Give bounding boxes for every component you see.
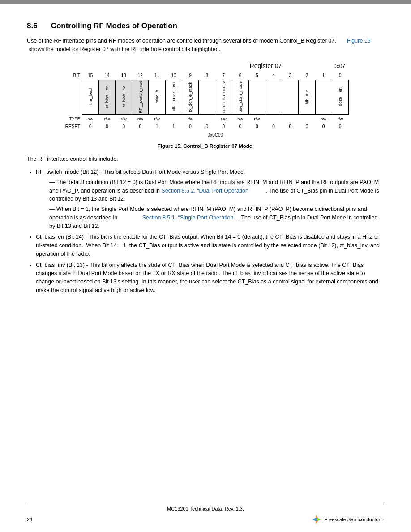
rf-intro: The RF interface control bits include:: [27, 155, 384, 163]
reset-values-row: RESET 0 0 0 0 1 1 0 0 0 0 0 0 0 0 0 0: [62, 123, 349, 131]
svg-marker-4: [317, 518, 321, 521]
names-spacer: [62, 80, 82, 115]
reset-1: 0: [315, 123, 332, 131]
reset-14: 0: [98, 123, 115, 131]
reset-label: RESET: [62, 123, 82, 131]
cell-12: RF__switch_mode: [132, 80, 149, 115]
reset-0: 0: [332, 123, 348, 131]
type-10: [165, 115, 182, 123]
footer-page-number: 24: [27, 517, 32, 522]
bit-11: 11: [149, 71, 165, 80]
cell-11: misc_h: [149, 80, 165, 115]
bullet-list: RF_switch_mode (Bit 12) - This bit selec…: [36, 168, 384, 295]
reset-15: 0: [82, 123, 98, 131]
page-content: 8.6 Controlling RF Modes of Operation Us…: [0, 4, 411, 325]
freescale-logo-icon: [310, 513, 323, 526]
footer-center: MC13201 Technical Data, Rev. 1.3,: [27, 504, 384, 511]
page-footer: MC13201 Technical Data, Rev. 1.3, 24 Fre…: [0, 502, 411, 528]
intro-paragraph: Use of the RF interface pins and RF mode…: [27, 37, 384, 54]
cell-4: [265, 80, 282, 115]
reset-hex-value: 0x0C00: [82, 131, 348, 140]
bit-15: 15: [82, 71, 98, 80]
reset-7: 0: [215, 123, 232, 131]
bit-7: 7: [215, 71, 232, 80]
bit-14: 14: [98, 71, 115, 80]
register-hex: 0x07: [334, 63, 345, 69]
svg-marker-3: [312, 518, 317, 521]
bit-1: 1: [315, 71, 332, 80]
bit-label-row: BIT 15 14 13 12 11 10 9 8 7 6 5 4 3 2 1 …: [62, 71, 349, 80]
type-5: r/w: [248, 115, 265, 123]
type-15: r/w: [82, 115, 98, 123]
cell-2: hib_s_n: [299, 80, 315, 115]
type-8: [199, 115, 215, 123]
cell-10: clk__doze__en: [165, 80, 182, 115]
type-13: r/w: [116, 115, 132, 123]
reset-5: 0: [248, 123, 265, 131]
type-14: r/w: [98, 115, 115, 123]
reset-hex-row: 0x0C00: [62, 131, 349, 140]
figure15-link[interactable]: Figure 15: [347, 38, 371, 44]
reset-3: 0: [282, 123, 299, 131]
reset-hex-spacer: [62, 131, 82, 140]
bit-4: 4: [265, 71, 282, 80]
bit-8: 8: [199, 71, 215, 80]
chevron-right-icon: ›: [382, 516, 384, 523]
sub-bullet-1-2: When Bit = 1, the Single Port Mode is se…: [49, 205, 384, 230]
bit-3: 3: [282, 71, 299, 80]
section-heading: 8.6 Controlling RF Modes of Operation: [27, 21, 384, 30]
reset-12: 0: [132, 123, 149, 131]
intro-text3: shows the model for Register 07 with the…: [28, 46, 220, 52]
bit-13: 13: [116, 71, 132, 80]
intro-text1: Use of the RF interface pins and RF mode…: [27, 38, 336, 44]
reset-13: 0: [116, 123, 132, 131]
type-4: [265, 115, 282, 123]
type-12: r/w: [132, 115, 149, 123]
bit-12: 12: [132, 71, 149, 80]
bullet-item-1: RF_switch_mode (Bit 12) - This bit selec…: [36, 168, 384, 230]
cell-13: ct_bias_inv: [116, 80, 132, 115]
section-851-link[interactable]: Section 8.5.1, “Single Port Operation: [142, 215, 234, 221]
cell-15: tmr_load: [82, 80, 98, 115]
type-2: [299, 115, 315, 123]
type-3: [282, 115, 299, 123]
type-row: TYPE r/w r/w r/w r/w r/w r/w r/w r/w r/w…: [62, 115, 349, 123]
cell-14: ct_bias__en: [98, 80, 115, 115]
register-table: BIT 15 14 13 12 11 10 9 8 7 6 5 4 3 2 1 …: [62, 71, 349, 140]
reset-6: 0: [232, 123, 248, 131]
top-bar: [0, 0, 411, 4]
bit-9: 9: [182, 71, 198, 80]
register-title: Register 07: [198, 62, 334, 69]
cell-9: tx_don_e_mack: [182, 80, 198, 115]
bullet-1-text: RF_switch_mode (Bit 12) - This bit selec…: [36, 169, 245, 175]
sub-bullet-list-1: The default condition (Bit 12 = 0) is Du…: [40, 178, 384, 231]
bit-2: 2: [299, 71, 315, 80]
type-6: r/w: [232, 115, 248, 123]
reset-11: 1: [149, 123, 165, 131]
register-diagram: Register 07 0x07 BIT 15 14 13 12 11 10 9…: [62, 62, 349, 140]
bit-5: 5: [248, 71, 265, 80]
bit-label: BIT: [62, 71, 82, 80]
bit-0: 0: [332, 71, 348, 80]
bit-6: 6: [232, 71, 248, 80]
register-names-row: tmr_load ct_bias__en ct_bias_inv RF__swi…: [62, 80, 349, 115]
cell-5: [248, 80, 265, 115]
cell-3: [282, 80, 299, 115]
bit-10: 10: [165, 71, 182, 80]
type-9: r/w: [182, 115, 198, 123]
reset-2: 0: [299, 123, 315, 131]
cell-6: use_ztxm_mode: [232, 80, 248, 115]
bullet-item-3: Ct_bias_inv (Bit 13) - This bit only aff…: [36, 261, 384, 295]
section-title: Controlling RF Modes of Operation: [51, 21, 177, 30]
type-1: r/w: [315, 115, 332, 123]
reset-10: 1: [165, 123, 182, 131]
bullet-item-2: Ct_bias_en (Bit 14) - This bit is the en…: [36, 233, 384, 258]
section-852-link[interactable]: Section 8.5.2, “Dual Port Operation: [161, 188, 248, 194]
register-title-row: Register 07 0x07: [62, 62, 349, 69]
reset-9: 0: [182, 123, 198, 131]
type-0: r/w: [332, 115, 348, 123]
footer-bottom: 24 Freescale Semiconductor ›: [27, 513, 384, 526]
cell-7: rx_do_na_ma_sk: [215, 80, 232, 115]
reset-4: 0: [265, 123, 282, 131]
freescale-logo: Freescale Semiconductor ›: [310, 513, 384, 526]
